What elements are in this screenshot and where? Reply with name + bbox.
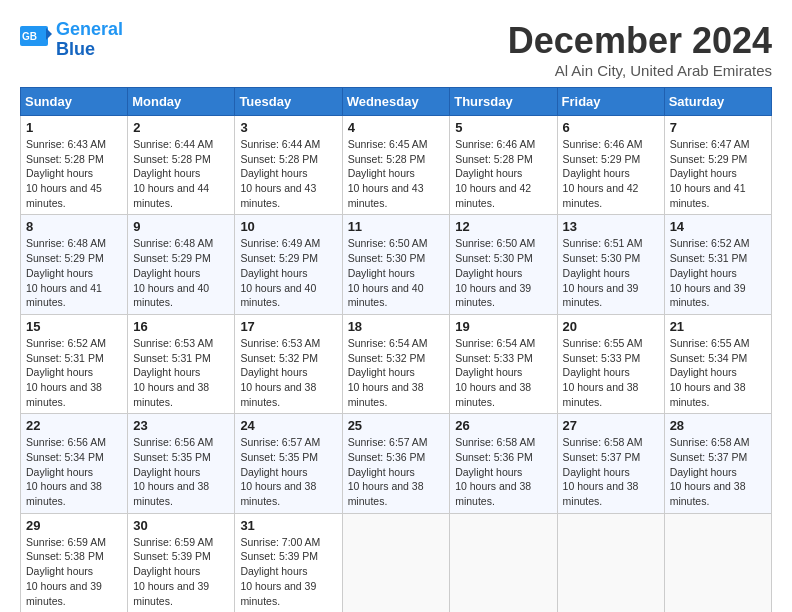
svg-text:GB: GB: [22, 31, 37, 42]
day-number: 14: [670, 219, 766, 234]
day-number: 11: [348, 219, 445, 234]
day-info: Sunrise: 6:57 AM Sunset: 5:36 PM Dayligh…: [348, 435, 445, 508]
day-number: 21: [670, 319, 766, 334]
day-number: 19: [455, 319, 551, 334]
calendar-cell: 23 Sunrise: 6:56 AM Sunset: 5:35 PM Dayl…: [128, 414, 235, 513]
day-info: Sunrise: 6:48 AM Sunset: 5:29 PM Dayligh…: [26, 236, 122, 309]
day-info: Sunrise: 6:50 AM Sunset: 5:30 PM Dayligh…: [348, 236, 445, 309]
calendar-cell: 8 Sunrise: 6:48 AM Sunset: 5:29 PM Dayli…: [21, 215, 128, 314]
calendar-cell: 11 Sunrise: 6:50 AM Sunset: 5:30 PM Dayl…: [342, 215, 450, 314]
weekday-header: Sunday: [21, 88, 128, 116]
day-number: 16: [133, 319, 229, 334]
calendar-cell: 7 Sunrise: 6:47 AM Sunset: 5:29 PM Dayli…: [664, 116, 771, 215]
day-info: Sunrise: 6:58 AM Sunset: 5:36 PM Dayligh…: [455, 435, 551, 508]
day-info: Sunrise: 6:55 AM Sunset: 5:34 PM Dayligh…: [670, 336, 766, 409]
day-number: 7: [670, 120, 766, 135]
weekday-header: Thursday: [450, 88, 557, 116]
calendar-cell: [450, 513, 557, 612]
day-number: 22: [26, 418, 122, 433]
logo: GB General Blue: [20, 20, 123, 60]
day-number: 13: [563, 219, 659, 234]
day-info: Sunrise: 6:58 AM Sunset: 5:37 PM Dayligh…: [563, 435, 659, 508]
day-number: 12: [455, 219, 551, 234]
day-number: 3: [240, 120, 336, 135]
calendar-cell: 18 Sunrise: 6:54 AM Sunset: 5:32 PM Dayl…: [342, 314, 450, 413]
day-info: Sunrise: 6:49 AM Sunset: 5:29 PM Dayligh…: [240, 236, 336, 309]
day-info: Sunrise: 6:52 AM Sunset: 5:31 PM Dayligh…: [26, 336, 122, 409]
calendar-cell: 21 Sunrise: 6:55 AM Sunset: 5:34 PM Dayl…: [664, 314, 771, 413]
month-title: December 2024: [508, 20, 772, 62]
calendar: SundayMondayTuesdayWednesdayThursdayFrid…: [20, 87, 772, 612]
day-info: Sunrise: 6:52 AM Sunset: 5:31 PM Dayligh…: [670, 236, 766, 309]
day-number: 30: [133, 518, 229, 533]
calendar-cell: 16 Sunrise: 6:53 AM Sunset: 5:31 PM Dayl…: [128, 314, 235, 413]
calendar-cell: 20 Sunrise: 6:55 AM Sunset: 5:33 PM Dayl…: [557, 314, 664, 413]
day-info: Sunrise: 6:46 AM Sunset: 5:29 PM Dayligh…: [563, 137, 659, 210]
day-number: 8: [26, 219, 122, 234]
day-number: 17: [240, 319, 336, 334]
day-info: Sunrise: 6:45 AM Sunset: 5:28 PM Dayligh…: [348, 137, 445, 210]
calendar-cell: 25 Sunrise: 6:57 AM Sunset: 5:36 PM Dayl…: [342, 414, 450, 513]
day-number: 29: [26, 518, 122, 533]
calendar-cell: 19 Sunrise: 6:54 AM Sunset: 5:33 PM Dayl…: [450, 314, 557, 413]
day-info: Sunrise: 6:56 AM Sunset: 5:34 PM Dayligh…: [26, 435, 122, 508]
weekday-header: Tuesday: [235, 88, 342, 116]
day-info: Sunrise: 6:46 AM Sunset: 5:28 PM Dayligh…: [455, 137, 551, 210]
day-info: Sunrise: 6:54 AM Sunset: 5:32 PM Dayligh…: [348, 336, 445, 409]
calendar-cell: 26 Sunrise: 6:58 AM Sunset: 5:36 PM Dayl…: [450, 414, 557, 513]
day-number: 31: [240, 518, 336, 533]
day-info: Sunrise: 7:00 AM Sunset: 5:39 PM Dayligh…: [240, 535, 336, 608]
calendar-cell: 15 Sunrise: 6:52 AM Sunset: 5:31 PM Dayl…: [21, 314, 128, 413]
day-info: Sunrise: 6:44 AM Sunset: 5:28 PM Dayligh…: [133, 137, 229, 210]
day-info: Sunrise: 6:57 AM Sunset: 5:35 PM Dayligh…: [240, 435, 336, 508]
weekday-header: Saturday: [664, 88, 771, 116]
day-number: 2: [133, 120, 229, 135]
day-info: Sunrise: 6:54 AM Sunset: 5:33 PM Dayligh…: [455, 336, 551, 409]
calendar-cell: 4 Sunrise: 6:45 AM Sunset: 5:28 PM Dayli…: [342, 116, 450, 215]
calendar-cell: [342, 513, 450, 612]
calendar-cell: 2 Sunrise: 6:44 AM Sunset: 5:28 PM Dayli…: [128, 116, 235, 215]
calendar-cell: 17 Sunrise: 6:53 AM Sunset: 5:32 PM Dayl…: [235, 314, 342, 413]
calendar-cell: 9 Sunrise: 6:48 AM Sunset: 5:29 PM Dayli…: [128, 215, 235, 314]
day-info: Sunrise: 6:59 AM Sunset: 5:38 PM Dayligh…: [26, 535, 122, 608]
day-info: Sunrise: 6:43 AM Sunset: 5:28 PM Dayligh…: [26, 137, 122, 210]
weekday-header: Monday: [128, 88, 235, 116]
calendar-cell: [557, 513, 664, 612]
calendar-cell: 30 Sunrise: 6:59 AM Sunset: 5:39 PM Dayl…: [128, 513, 235, 612]
day-info: Sunrise: 6:58 AM Sunset: 5:37 PM Dayligh…: [670, 435, 766, 508]
day-number: 10: [240, 219, 336, 234]
weekday-header: Friday: [557, 88, 664, 116]
calendar-cell: [664, 513, 771, 612]
day-info: Sunrise: 6:50 AM Sunset: 5:30 PM Dayligh…: [455, 236, 551, 309]
calendar-cell: 29 Sunrise: 6:59 AM Sunset: 5:38 PM Dayl…: [21, 513, 128, 612]
weekday-header: Wednesday: [342, 88, 450, 116]
day-number: 1: [26, 120, 122, 135]
calendar-cell: 14 Sunrise: 6:52 AM Sunset: 5:31 PM Dayl…: [664, 215, 771, 314]
day-info: Sunrise: 6:59 AM Sunset: 5:39 PM Dayligh…: [133, 535, 229, 608]
calendar-cell: 6 Sunrise: 6:46 AM Sunset: 5:29 PM Dayli…: [557, 116, 664, 215]
day-info: Sunrise: 6:56 AM Sunset: 5:35 PM Dayligh…: [133, 435, 229, 508]
calendar-cell: 28 Sunrise: 6:58 AM Sunset: 5:37 PM Dayl…: [664, 414, 771, 513]
calendar-cell: 27 Sunrise: 6:58 AM Sunset: 5:37 PM Dayl…: [557, 414, 664, 513]
calendar-cell: 22 Sunrise: 6:56 AM Sunset: 5:34 PM Dayl…: [21, 414, 128, 513]
day-info: Sunrise: 6:53 AM Sunset: 5:32 PM Dayligh…: [240, 336, 336, 409]
calendar-cell: 1 Sunrise: 6:43 AM Sunset: 5:28 PM Dayli…: [21, 116, 128, 215]
calendar-cell: 5 Sunrise: 6:46 AM Sunset: 5:28 PM Dayli…: [450, 116, 557, 215]
day-info: Sunrise: 6:51 AM Sunset: 5:30 PM Dayligh…: [563, 236, 659, 309]
logo-text: General Blue: [56, 20, 123, 60]
calendar-cell: 31 Sunrise: 7:00 AM Sunset: 5:39 PM Dayl…: [235, 513, 342, 612]
day-number: 15: [26, 319, 122, 334]
day-number: 20: [563, 319, 659, 334]
day-number: 6: [563, 120, 659, 135]
day-info: Sunrise: 6:48 AM Sunset: 5:29 PM Dayligh…: [133, 236, 229, 309]
day-number: 26: [455, 418, 551, 433]
calendar-cell: 24 Sunrise: 6:57 AM Sunset: 5:35 PM Dayl…: [235, 414, 342, 513]
day-number: 28: [670, 418, 766, 433]
day-number: 18: [348, 319, 445, 334]
day-number: 23: [133, 418, 229, 433]
day-info: Sunrise: 6:53 AM Sunset: 5:31 PM Dayligh…: [133, 336, 229, 409]
day-info: Sunrise: 6:47 AM Sunset: 5:29 PM Dayligh…: [670, 137, 766, 210]
day-number: 24: [240, 418, 336, 433]
day-number: 25: [348, 418, 445, 433]
calendar-cell: 12 Sunrise: 6:50 AM Sunset: 5:30 PM Dayl…: [450, 215, 557, 314]
